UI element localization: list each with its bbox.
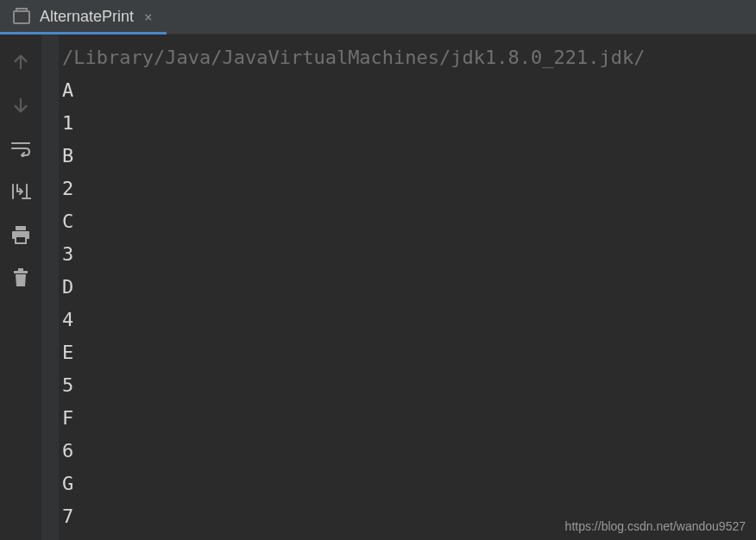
arrow-up-icon[interactable] <box>9 50 33 74</box>
command-line: /Library/Java/JavaVirtualMachines/jdk1.8… <box>59 41 756 74</box>
arrow-down-icon[interactable] <box>9 93 33 117</box>
output-line: G <box>59 468 756 500</box>
run-tab[interactable]: AlternatePrint × <box>0 0 167 34</box>
scroll-to-end-icon[interactable] <box>9 179 33 204</box>
tab-bar: AlternatePrint × <box>0 0 756 35</box>
output-line: C <box>59 205 756 238</box>
soft-wrap-icon[interactable] <box>9 136 33 160</box>
console-margin <box>41 35 59 540</box>
trash-icon[interactable] <box>9 266 33 290</box>
output-line: D <box>59 271 756 304</box>
output-line: A <box>59 74 756 107</box>
output-line: 2 <box>59 173 756 205</box>
watermark: https://blog.csdn.net/wandou9527 <box>565 519 746 533</box>
output-line: 6 <box>59 435 756 468</box>
output-line: 5 <box>59 369 756 402</box>
print-icon[interactable] <box>9 223 33 247</box>
toolbar-gutter <box>0 35 41 540</box>
svg-rect-6 <box>18 268 23 271</box>
svg-rect-1 <box>16 9 27 11</box>
output-line: 1 <box>59 107 756 140</box>
output-line: F <box>59 402 756 435</box>
main-area: /Library/Java/JavaVirtualMachines/jdk1.8… <box>0 35 756 540</box>
output-line: E <box>59 336 756 369</box>
svg-rect-2 <box>16 226 26 230</box>
svg-rect-0 <box>14 11 29 23</box>
output-line: B <box>59 140 756 173</box>
close-icon[interactable]: × <box>142 9 154 26</box>
output-line: 3 <box>59 238 756 271</box>
output-line: 4 <box>59 304 756 336</box>
tab-title: AlternatePrint <box>40 8 134 26</box>
run-tool-window: AlternatePrint × <box>0 0 756 540</box>
svg-rect-4 <box>16 236 26 243</box>
console-area: /Library/Java/JavaVirtualMachines/jdk1.8… <box>41 35 756 540</box>
run-config-icon <box>12 8 31 27</box>
svg-rect-5 <box>14 271 28 273</box>
console-output[interactable]: /Library/Java/JavaVirtualMachines/jdk1.8… <box>59 35 756 540</box>
